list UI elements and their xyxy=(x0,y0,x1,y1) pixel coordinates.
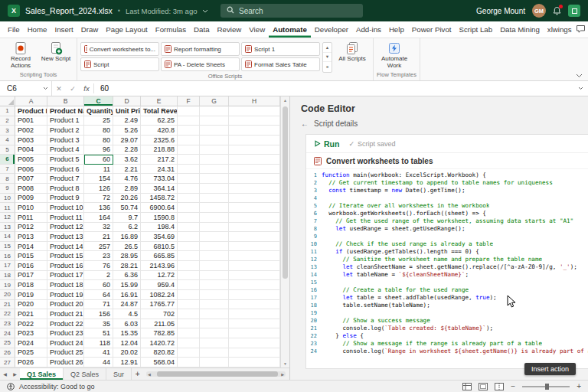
cell-E3[interactable]: 420.8 xyxy=(141,126,178,136)
cell-B6[interactable]: Product 5 xyxy=(47,155,84,165)
cell-G6[interactable] xyxy=(200,155,229,165)
insert-function-button[interactable]: fx xyxy=(80,81,93,96)
gallery-item[interactable]: Script xyxy=(80,57,159,71)
cell-H23[interactable] xyxy=(229,319,280,329)
zoom-slider[interactable] xyxy=(522,386,570,387)
cell-B21[interactable]: Product 20 xyxy=(47,300,84,310)
cell-H2[interactable] xyxy=(229,116,280,126)
cell-B10[interactable]: Product 9 xyxy=(47,194,84,204)
cell-D3[interactable]: 5.26 xyxy=(113,126,141,136)
row-header-8[interactable]: 8 xyxy=(0,174,15,184)
ribbon-tab-add-ins[interactable]: Add-ins xyxy=(352,21,385,38)
cell-H24[interactable] xyxy=(229,328,280,338)
gallery-item[interactable]: Convert worksheets to... xyxy=(80,42,159,56)
row-header-18[interactable]: 18 xyxy=(0,271,15,281)
cell-B7[interactable]: Product 6 xyxy=(47,165,84,175)
cell-F26[interactable] xyxy=(178,348,200,358)
cell-A1[interactable]: Product ID xyxy=(15,106,47,116)
code-text[interactable]: function main(workbook: ExcelScript.Work… xyxy=(322,172,486,179)
cell-C19[interactable]: 60 xyxy=(84,280,113,290)
expand-formula-bar-icon[interactable] xyxy=(573,81,588,96)
cell-F23[interactable] xyxy=(178,319,200,329)
name-box[interactable]: C6 xyxy=(0,81,40,96)
column-header-A[interactable]: A xyxy=(15,96,47,106)
formula-input[interactable]: 60 xyxy=(94,81,573,96)
cell-C8[interactable]: 154 xyxy=(84,174,113,184)
cell-G15[interactable] xyxy=(200,242,229,252)
cell-H20[interactable] xyxy=(229,290,280,300)
cell-E19[interactable]: 959.4 xyxy=(141,280,178,290)
cell-D26[interactable]: 20.02 xyxy=(113,348,141,358)
cell-C25[interactable]: 118 xyxy=(84,338,113,348)
cell-F8[interactable] xyxy=(178,174,200,184)
cell-D9[interactable]: 2.89 xyxy=(113,184,141,194)
cell-F11[interactable] xyxy=(178,203,200,213)
cell-B1[interactable]: Product Name xyxy=(47,106,84,116)
cell-F22[interactable] xyxy=(178,309,200,319)
code-text[interactable]: let cleanSheetName = sheet.getName().rep… xyxy=(322,263,577,271)
cell-G1[interactable] xyxy=(200,106,229,116)
row-header-14[interactable]: 14 xyxy=(0,232,15,242)
cell-F12[interactable] xyxy=(178,213,200,223)
cell-F18[interactable] xyxy=(178,271,200,281)
cell-E12[interactable]: 1590.8 xyxy=(141,213,178,223)
cell-F17[interactable] xyxy=(178,261,200,271)
cell-G5[interactable] xyxy=(200,145,229,155)
cell-A8[interactable]: P007 xyxy=(15,174,47,184)
cell-H16[interactable] xyxy=(229,251,280,261)
cell-D5[interactable]: 2.28 xyxy=(113,145,141,155)
cell-D23[interactable]: 6.03 xyxy=(113,319,141,329)
cell-D20[interactable]: 16.91 xyxy=(113,290,141,300)
cell-H11[interactable] xyxy=(229,203,280,213)
code-text[interactable]: let usedRange = sheet.getUsedRange(); xyxy=(322,225,465,233)
cell-E13[interactable]: 198.4 xyxy=(141,223,178,233)
cell-G27[interactable] xyxy=(200,358,229,368)
zoom-in-button[interactable]: + xyxy=(577,382,581,390)
cell-F7[interactable] xyxy=(178,165,200,175)
code-text[interactable]: let tableName = `${cleanSheetName}`; xyxy=(322,271,469,279)
cell-A23[interactable]: P022 xyxy=(15,319,47,329)
cell-A4[interactable]: P003 xyxy=(15,136,47,145)
cell-A7[interactable]: P006 xyxy=(15,165,47,175)
cell-E10[interactable]: 1458.72 xyxy=(141,194,178,204)
ribbon-tab-xlwings[interactable]: xlwings xyxy=(544,21,576,38)
accessibility-status[interactable]: Accessibility: Good to go xyxy=(19,383,95,390)
cell-C26[interactable]: 41 xyxy=(84,348,113,358)
code-area[interactable]: 1function main(workbook: ExcelScript.Wor… xyxy=(306,169,588,368)
cell-C5[interactable]: 96 xyxy=(84,145,113,155)
cell-A22[interactable]: P021 xyxy=(15,309,47,319)
cell-B17[interactable]: Product 16 xyxy=(47,261,84,271)
zoom-slider-thumb[interactable] xyxy=(545,384,549,390)
code-text[interactable]: // Create a table for the used range xyxy=(322,286,469,294)
ribbon-tab-file[interactable]: File xyxy=(4,21,24,38)
ribbon-tab-draw[interactable]: Draw xyxy=(77,21,103,38)
cell-F19[interactable] xyxy=(178,280,200,290)
gallery-item[interactable]: PA - Delete Sheets xyxy=(161,57,240,71)
column-header-D[interactable]: D xyxy=(113,96,141,106)
search-input[interactable]: Search xyxy=(220,4,363,18)
cell-E15[interactable]: 6810.5 xyxy=(141,242,178,252)
cell-H26[interactable] xyxy=(229,348,280,358)
cell-H10[interactable] xyxy=(229,194,280,204)
cell-A12[interactable]: P011 xyxy=(15,213,47,223)
cell-E5[interactable]: 218.88 xyxy=(141,145,178,155)
cell-C12[interactable]: 164 xyxy=(84,213,113,223)
code-text[interactable]: let table = sheet.addTable(usedRange, tr… xyxy=(322,294,497,302)
cell-A10[interactable]: P009 xyxy=(15,194,47,204)
ribbon-tab-data-mining[interactable]: Data Mining xyxy=(496,21,544,38)
cell-H14[interactable] xyxy=(229,232,280,242)
comments-button[interactable] xyxy=(576,23,586,37)
cell-D22[interactable]: 4.5 xyxy=(113,309,141,319)
cell-B22[interactable]: Product 21 xyxy=(47,309,84,319)
cell-G24[interactable] xyxy=(200,328,229,338)
cell-A2[interactable]: P001 xyxy=(15,116,47,126)
cell-H5[interactable] xyxy=(229,145,280,155)
ribbon-tab-automate[interactable]: Automate xyxy=(269,21,311,38)
cell-G14[interactable] xyxy=(200,232,229,242)
column-header-H[interactable]: H xyxy=(229,96,280,106)
cell-G2[interactable] xyxy=(200,116,229,126)
page-break-view-icon[interactable] xyxy=(495,383,504,390)
add-sheet-button[interactable]: + xyxy=(132,368,143,380)
row-header-11[interactable]: 11 xyxy=(0,203,15,213)
scroll-up-icon[interactable]: ▲ xyxy=(281,96,289,104)
